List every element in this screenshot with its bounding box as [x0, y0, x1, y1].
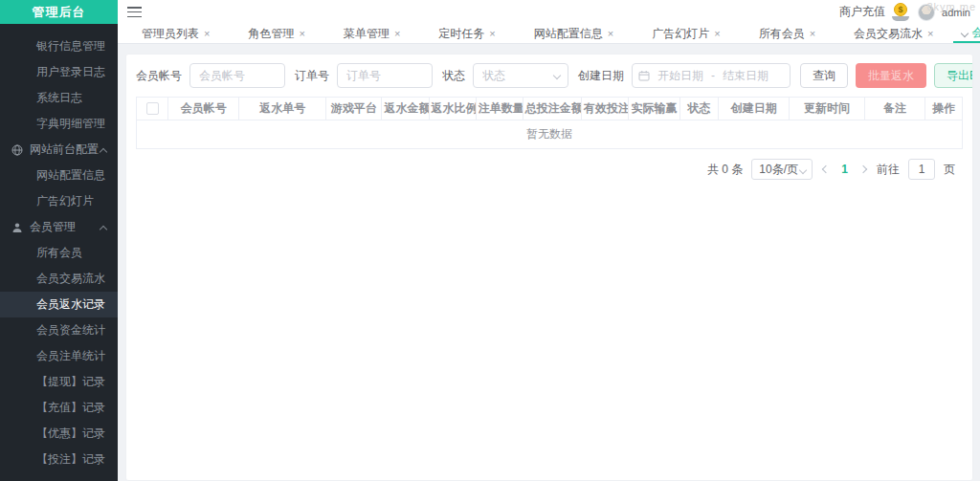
tab-site-config-info[interactable]: 网站配置信息×	[515, 24, 633, 43]
table-header-row: 会员帐号 返水单号 游戏平台 返水金额 返水比例 注单数量 总投注金额 有效投注…	[137, 98, 962, 120]
sidebar-menu: 银行信息管理 用户登录日志 系统日志 字典明细管理 网站前台配置 网站配置信息 …	[0, 24, 118, 481]
order-no-input[interactable]	[337, 63, 433, 88]
create-date-label: 创建日期	[578, 68, 624, 84]
sidebar-item-withdraw-records[interactable]: 【提现】记录	[0, 369, 118, 395]
content: 会员帐号 订单号 状态 创建日期	[118, 44, 980, 481]
order-no-label: 订单号	[295, 68, 329, 84]
col-member-account: 会员帐号	[168, 98, 239, 120]
sidebar-item-member-transactions[interactable]: 会员交易流水	[0, 266, 118, 292]
col-actual-winloss: 实际输赢	[629, 98, 679, 120]
start-date-input[interactable]	[654, 69, 707, 82]
tab-role-mgmt[interactable]: 角色管理×	[229, 24, 323, 43]
status-label: 状态	[442, 68, 465, 84]
close-icon[interactable]: ×	[810, 29, 815, 39]
col-update-time: 更新时间	[790, 98, 864, 120]
tab-admin-list[interactable]: 管理员列表×	[122, 24, 229, 43]
sidebar-item-bonus-records[interactable]: 【优惠】记录	[0, 421, 118, 447]
empty-state-text: 暂无数据	[137, 120, 962, 148]
sidebar-item-site-config-info[interactable]: 网站配置信息	[0, 163, 118, 188]
sidebar-item-system-log[interactable]: 系统日志	[0, 85, 118, 111]
sidebar-section-site-config[interactable]: 网站前台配置	[0, 137, 118, 163]
col-rebate-amount: 返水金额	[382, 98, 429, 120]
pagination: 共 0 条 10条/页 1 前往 页	[136, 159, 963, 180]
user-icon	[11, 222, 23, 233]
batch-rebate-button[interactable]: 批量返水	[856, 63, 926, 88]
close-icon[interactable]: ×	[394, 29, 400, 39]
topbar: 8kym.me 商户充值 $ admin	[118, 0, 980, 24]
date-range-picker[interactable]: -	[632, 63, 791, 88]
app-window: 管理后台 银行信息管理 用户登录日志 系统日志 字典明细管理 网站前台配置 网站…	[0, 0, 980, 481]
col-remark: 备注	[864, 98, 925, 120]
total-count: 共 0 条	[707, 162, 743, 178]
date-separator: -	[711, 69, 715, 82]
next-page-button[interactable]	[858, 166, 868, 172]
close-icon[interactable]: ×	[204, 29, 210, 39]
tab-all-members[interactable]: 所有会员×	[740, 24, 835, 43]
app-title: 管理后台	[0, 0, 118, 24]
export-excel-button[interactable]: 导出Excel	[934, 63, 973, 88]
sidebar-item-bet-records[interactable]: 【投注】记录	[0, 447, 118, 472]
chevron-down-icon	[961, 30, 969, 37]
select-all-cell	[137, 98, 168, 120]
chevron-down-icon	[799, 166, 807, 174]
coin-hand-icon[interactable]: $	[892, 3, 911, 22]
chevron-up-icon	[100, 226, 107, 233]
col-status: 状态	[679, 98, 719, 120]
status-select[interactable]	[473, 63, 568, 88]
hamburger-menu-icon[interactable]	[127, 7, 142, 17]
current-page[interactable]: 1	[839, 163, 850, 176]
globe-icon	[11, 144, 23, 156]
tabs-dropdown[interactable]	[955, 24, 974, 43]
main-area: 8kym.me 商户充值 $ admin 管理员列表× 角色管理× 菜单管理× …	[118, 0, 980, 481]
select-all-checkbox[interactable]	[146, 102, 159, 115]
col-rebate-order-no: 返水单号	[239, 98, 326, 120]
close-icon[interactable]: ×	[489, 29, 495, 39]
merchant-recharge-link[interactable]: 商户充值	[839, 4, 885, 20]
col-operation: 操作	[925, 98, 962, 120]
close-icon[interactable]: ×	[299, 29, 304, 39]
page-size-select[interactable]: 10条/页	[751, 159, 813, 180]
tabbar: 管理员列表× 角色管理× 菜单管理× 定时任务× 网站配置信息× 广告幻灯片× …	[118, 24, 980, 44]
goto-label: 前往	[877, 162, 900, 178]
col-valid-bet: 有效投注	[582, 98, 629, 120]
chevron-up-icon	[100, 148, 107, 156]
sidebar-section-member-mgmt[interactable]: 会员管理	[0, 214, 118, 240]
page-unit-label: 页	[944, 162, 955, 178]
sidebar-item-bank-info[interactable]: 银行信息管理	[0, 33, 118, 59]
sidebar: 管理后台 银行信息管理 用户登录日志 系统日志 字典明细管理 网站前台配置 网站…	[0, 0, 118, 481]
close-icon[interactable]: ×	[714, 29, 720, 39]
tab-menu-mgmt[interactable]: 菜单管理×	[324, 24, 419, 43]
end-date-input[interactable]	[719, 69, 772, 82]
col-total-bet-amount: 总投注金额	[523, 98, 581, 120]
member-account-input[interactable]	[189, 63, 285, 88]
col-rebate-ratio: 返水比例	[429, 98, 476, 120]
member-account-label: 会员帐号	[136, 68, 182, 84]
watermark: 8kym.me	[926, 1, 976, 12]
close-icon[interactable]: ×	[608, 29, 613, 39]
tab-ad-slides[interactable]: 广告幻灯片×	[633, 24, 739, 43]
close-icon[interactable]: ×	[927, 29, 933, 39]
sidebar-item-member-funds-stats[interactable]: 会员资金统计	[0, 317, 118, 343]
sidebar-item-member-rebate-records[interactable]: 会员返水记录	[0, 292, 118, 317]
tab-scheduled-tasks[interactable]: 定时任务×	[419, 24, 514, 43]
panel: 会员帐号 订单号 状态 创建日期	[125, 54, 973, 481]
col-bet-count: 注单数量	[476, 98, 523, 120]
calendar-icon	[638, 70, 650, 81]
search-button[interactable]: 查询	[800, 63, 848, 88]
sidebar-item-recharge-records[interactable]: 【充值】记录	[0, 395, 118, 421]
col-game-platform: 游戏平台	[325, 98, 382, 120]
sidebar-item-member-bet-stats[interactable]: 会员注单统计	[0, 343, 118, 369]
filter-toolbar: 会员帐号 订单号 状态 创建日期	[136, 63, 963, 88]
sidebar-item-login-log[interactable]: 用户登录日志	[0, 59, 118, 85]
goto-page-input[interactable]	[908, 159, 935, 180]
col-create-date: 创建日期	[719, 98, 790, 120]
sidebar-item-ad-slides[interactable]: 广告幻灯片	[0, 188, 118, 214]
empty-state-row: 暂无数据	[137, 120, 962, 148]
prev-page-button[interactable]	[821, 166, 831, 172]
sidebar-item-all-members[interactable]: 所有会员	[0, 240, 118, 266]
sidebar-item-dict-detail[interactable]: 字典明细管理	[0, 111, 118, 137]
rebate-table: 会员帐号 返水单号 游戏平台 返水金额 返水比例 注单数量 总投注金额 有效投注…	[136, 97, 963, 149]
tab-member-transactions[interactable]: 会员交易流水×	[835, 24, 952, 43]
